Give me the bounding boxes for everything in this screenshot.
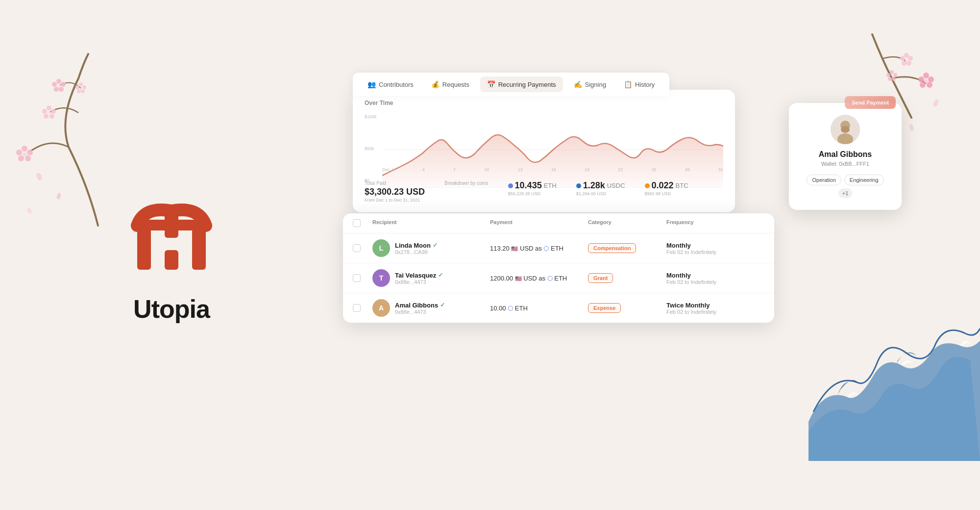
row3-avatar: A bbox=[372, 299, 390, 317]
svg-point-43 bbox=[890, 70, 894, 74]
row1-recipient-cell: L Linda Moon ✓ 0x278...CA99 bbox=[372, 239, 490, 257]
row1-badge: Compensation bbox=[588, 243, 636, 253]
row2-info: Tai Velasquez ✓ 0x88e...4473 bbox=[395, 272, 443, 285]
tab-requests[interactable]: 💰 Requests bbox=[424, 76, 476, 92]
row2-checkbox-cell bbox=[353, 274, 372, 282]
row3-recipient-cell: A Amal Gibbons ✓ 0x88e...4473 bbox=[372, 299, 490, 317]
svg-point-42 bbox=[905, 58, 908, 61]
chart-x-labels: Dec 1 4 7 10 13 16 19 22 25 28 31 bbox=[382, 167, 723, 172]
requests-icon: 💰 bbox=[431, 80, 440, 88]
svg-point-39 bbox=[906, 61, 911, 66]
svg-point-18 bbox=[61, 82, 66, 87]
history-icon: 📋 bbox=[624, 80, 632, 88]
svg-point-7 bbox=[25, 155, 31, 161]
usdc-sub: $1,284.00 USD bbox=[576, 191, 625, 196]
row3-badge: Expense bbox=[588, 303, 621, 313]
svg-point-36 bbox=[924, 79, 928, 83]
row1-addr: 0x278...CA99 bbox=[395, 249, 438, 255]
svg-point-30 bbox=[75, 85, 79, 89]
x-28: 28 bbox=[685, 167, 690, 172]
header-checkbox-col bbox=[353, 219, 372, 227]
svg-point-26 bbox=[79, 82, 83, 86]
svg-point-44 bbox=[893, 73, 897, 77]
wave-decoration bbox=[808, 314, 980, 461]
row2-addr: 0x88e...4473 bbox=[395, 279, 443, 285]
row1-verified: ✓ bbox=[433, 242, 438, 249]
row1-checkbox-cell bbox=[353, 244, 372, 252]
svg-point-37 bbox=[904, 53, 909, 58]
row1-checkbox[interactable] bbox=[353, 244, 361, 252]
tab-history[interactable]: 📋 History bbox=[617, 76, 662, 92]
x-dec1: Dec 1 bbox=[382, 167, 394, 172]
y-label-50k: $50k bbox=[365, 146, 377, 151]
x-10: 10 bbox=[484, 167, 489, 172]
svg-point-6 bbox=[27, 150, 33, 155]
tab-recurring[interactable]: 📅 Recurring Payments bbox=[480, 76, 563, 92]
x-31: 31 bbox=[718, 167, 723, 172]
brand-name: Utopia bbox=[133, 294, 210, 324]
logo-container: Utopia bbox=[122, 186, 220, 324]
x-25: 25 bbox=[651, 167, 656, 172]
contributors-icon: 👥 bbox=[368, 80, 376, 88]
svg-point-48 bbox=[932, 99, 940, 108]
eth-value-display: 10.435 ETH bbox=[508, 180, 557, 191]
svg-point-47 bbox=[886, 73, 890, 77]
usdc-symbol: USDC bbox=[607, 182, 625, 189]
svg-point-27 bbox=[82, 85, 86, 89]
row3-category: Expense bbox=[588, 303, 666, 313]
chart-stats: Total Paid $3,300.23 USD From Dec 1 to D… bbox=[365, 180, 723, 203]
svg-rect-1 bbox=[192, 226, 206, 270]
tag-plus: +1 bbox=[838, 188, 853, 198]
svg-point-14 bbox=[44, 114, 49, 119]
svg-point-38 bbox=[908, 56, 913, 61]
row1-name: Linda Moon ✓ bbox=[395, 242, 438, 249]
row2-frequency: Monthly Feb 02 to Indefinitely bbox=[666, 272, 764, 285]
svg-point-11 bbox=[47, 105, 51, 110]
row1-frequency: Monthly Feb 02 to Indefinitely bbox=[666, 242, 764, 255]
eth-dot bbox=[508, 183, 513, 188]
row3-freq-primary: Twice Monthly bbox=[666, 302, 764, 309]
total-paid-label: Total Paid bbox=[365, 180, 425, 186]
row2-freq-secondary: Feb 02 to Indefinitely bbox=[666, 279, 764, 285]
recurring-icon: 📅 bbox=[487, 80, 495, 88]
row3-freq-secondary: Feb 02 to Indefinitely bbox=[666, 309, 764, 315]
eth-stat: 10.435 ETH $50,228.38 USD bbox=[508, 180, 557, 196]
svg-point-29 bbox=[77, 89, 81, 93]
row2-category: Grant bbox=[588, 273, 666, 283]
btc-value-display: 0.022 BTC bbox=[645, 180, 688, 191]
x-13: 13 bbox=[517, 167, 522, 172]
svg-point-24 bbox=[56, 192, 61, 200]
table-row: L Linda Moon ✓ 0x278...CA99 113.20 🇺🇸 US… bbox=[343, 233, 774, 263]
total-paid-value: $3,300.23 USD bbox=[365, 187, 425, 197]
svg-point-23 bbox=[36, 172, 43, 181]
row2-avatar: T bbox=[372, 269, 390, 287]
select-all-checkbox[interactable] bbox=[353, 219, 361, 227]
row3-info: Amal Gibbons ✓ 0x88e...4473 bbox=[395, 302, 445, 315]
svg-point-9 bbox=[16, 150, 22, 155]
tab-signing[interactable]: ✍️ Signing bbox=[567, 76, 613, 92]
tag-operation: Operation bbox=[807, 175, 841, 185]
svg-point-10 bbox=[23, 153, 26, 156]
svg-point-28 bbox=[81, 89, 85, 93]
tab-contributors[interactable]: 👥 Contributors bbox=[361, 76, 420, 92]
row3-payment: 10.00 ⬡ ETH bbox=[490, 305, 588, 312]
svg-point-8 bbox=[18, 155, 24, 161]
x-19: 19 bbox=[585, 167, 589, 172]
chart-card: Over Time $100k $50k $0 Dec bbox=[353, 90, 735, 212]
chart-y-labels: $100k $50k $0 bbox=[365, 114, 377, 183]
svg-point-41 bbox=[900, 56, 905, 61]
svg-point-46 bbox=[888, 77, 892, 81]
row2-checkbox[interactable] bbox=[353, 274, 361, 282]
profile-tags: Operation Engineering +1 bbox=[799, 175, 892, 198]
row3-checkbox[interactable] bbox=[353, 304, 361, 312]
svg-point-22 bbox=[57, 84, 60, 87]
svg-point-35 bbox=[918, 76, 924, 82]
svg-point-31 bbox=[923, 73, 929, 78]
row2-name: Tai Velasquez ✓ bbox=[395, 272, 443, 279]
svg-point-13 bbox=[49, 114, 54, 119]
cherry-blossom-decoration-right bbox=[862, 29, 970, 177]
svg-point-17 bbox=[56, 79, 61, 84]
svg-rect-3 bbox=[165, 250, 178, 270]
svg-point-12 bbox=[51, 109, 56, 114]
signing-icon: ✍️ bbox=[574, 80, 582, 88]
